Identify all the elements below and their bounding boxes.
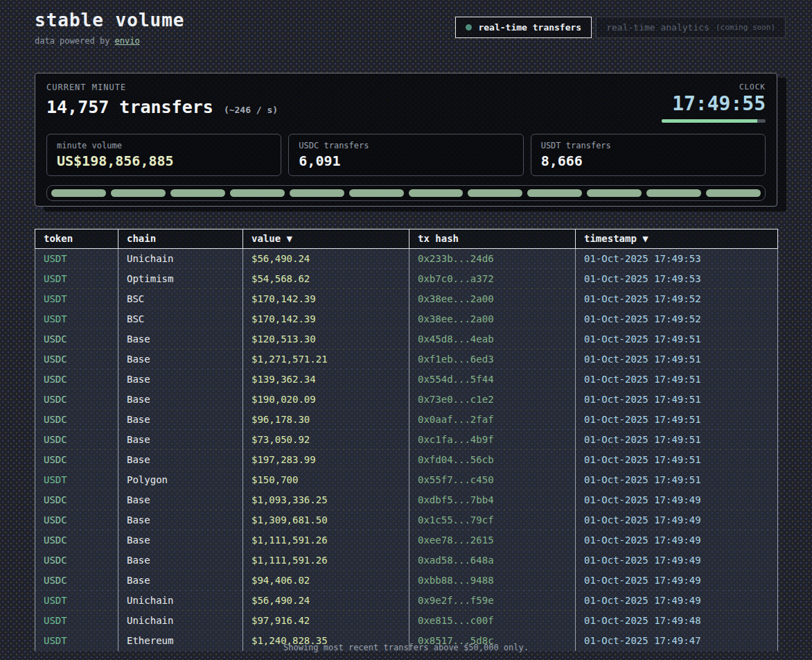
chain-cell: Base — [118, 430, 243, 450]
app-header: stable volume data powered by envio — [35, 10, 185, 46]
value-cell: $120,513.30 — [243, 329, 409, 349]
value-cell: $1,093,336.25 — [243, 490, 409, 510]
clock-block: CLOCK 17:49:55 — [662, 82, 766, 123]
token-cell: USDC — [35, 349, 118, 370]
current-minute-panel: CURRENT MINUTE 14,757 transfers (~246 / … — [35, 73, 777, 207]
tx-hash-cell[interactable]: 0xfd04...56cb — [409, 450, 576, 470]
activity-segment — [349, 189, 404, 197]
tx-hash-cell[interactable]: 0x9e2f...f59e — [409, 591, 576, 611]
tx-hash-cell[interactable]: 0x45d8...4eab — [409, 329, 576, 349]
chain-cell: Unichain — [118, 249, 243, 269]
transfers-count: 14,757 transfers — [46, 97, 213, 117]
column-header-chain: chain — [118, 229, 243, 249]
tx-hash-cell[interactable]: 0x38ee...2a00 — [409, 289, 576, 309]
page-title: stable volume — [35, 10, 185, 31]
tx-hash-cell[interactable]: 0x233b...24d6 — [409, 249, 576, 269]
tx-hash-cell[interactable]: 0x73e0...c1e2 — [409, 390, 576, 410]
tab-suffix: (coming soon) — [716, 23, 775, 32]
value-cell: $54,568.62 — [243, 269, 409, 289]
token-cell: USDT — [35, 591, 118, 611]
tx-hash-cell[interactable]: 0xdbf5...7bb4 — [409, 490, 576, 510]
token-cell: USDC — [35, 390, 118, 410]
timestamp-cell: 01-Oct-2025 17:49:51 — [576, 370, 778, 390]
timestamp-cell: 01-Oct-2025 17:49:51 — [576, 450, 778, 470]
value-cell: $56,490.24 — [243, 249, 409, 269]
tab-label: real-time analytics — [606, 22, 709, 33]
chain-cell: Base — [118, 450, 243, 470]
timestamp-cell: 01-Oct-2025 17:49:52 — [576, 289, 778, 309]
activity-segment — [646, 189, 701, 197]
table-row: USDTPolygon$150,7000x55f7...c45001-Oct-2… — [35, 470, 778, 490]
activity-segment — [111, 189, 166, 197]
token-cell: USDC — [35, 550, 118, 571]
value-cell: $1,271,571.21 — [243, 349, 409, 370]
chain-cell: Base — [118, 410, 243, 430]
stat-value: US$198,856,885 — [57, 153, 271, 169]
clock-time: 17:49:55 — [662, 93, 766, 115]
value-cell: $97,916.42 — [243, 611, 409, 631]
tx-hash-cell[interactable]: 0x55f7...c450 — [409, 470, 576, 490]
activity-segment — [290, 189, 344, 197]
token-cell: USDC — [35, 490, 118, 510]
tx-hash-cell[interactable]: 0xad58...648a — [409, 550, 576, 571]
tx-hash-cell[interactable]: 0xb7c0...a372 — [409, 269, 576, 289]
activity-segment — [706, 189, 761, 197]
chain-cell: BSC — [118, 309, 243, 329]
table-row: USDTUnichain$97,916.420xe815...c00f01-Oc… — [35, 611, 778, 631]
chain-cell: Unichain — [118, 591, 243, 611]
chain-cell: Base — [118, 510, 243, 530]
tx-hash-cell[interactable]: 0x38ee...2a00 — [409, 309, 576, 329]
token-cell: USDC — [35, 571, 118, 591]
transfers-rate: (~246 / s) — [224, 105, 278, 115]
value-cell: $73,050.92 — [243, 430, 409, 450]
tab-label: real-time transfers — [478, 22, 581, 33]
column-header-value-[interactable]: value ▼ — [243, 229, 409, 249]
chain-cell: Base — [118, 329, 243, 349]
stat-card-USDT-transfers: USDT transfers8,666 — [531, 134, 766, 176]
tx-hash-cell[interactable]: 0xbb88...9488 — [409, 571, 576, 591]
column-header-timestamp-[interactable]: timestamp ▼ — [576, 229, 778, 249]
chain-cell: Base — [118, 550, 243, 571]
column-header-token: token — [35, 229, 118, 249]
timestamp-cell: 01-Oct-2025 17:49:48 — [576, 611, 778, 631]
stat-label: USDC transfers — [299, 141, 513, 150]
tx-hash-cell[interactable]: 0xe815...c00f — [409, 611, 576, 631]
tab-real-time-transfers[interactable]: real-time transfers — [455, 17, 592, 38]
token-cell: USDC — [35, 430, 118, 450]
tab-real-time-analytics[interactable]: real-time analytics(coming soon) — [596, 17, 786, 38]
tx-hash-cell[interactable]: 0x1c55...79cf — [409, 510, 576, 530]
transfers-table: tokenchainvalue ▼tx hashtimestamp ▼ USDT… — [35, 229, 778, 651]
table-row: USDCBase$190,020.090x73e0...c1e201-Oct-2… — [35, 390, 778, 410]
value-cell: $190,020.09 — [243, 390, 409, 410]
stat-value: 6,091 — [299, 153, 513, 169]
token-cell: USDT — [35, 289, 118, 309]
value-cell: $1,309,681.50 — [243, 510, 409, 530]
timestamp-cell: 01-Oct-2025 17:49:49 — [576, 510, 778, 530]
chain-cell: Base — [118, 490, 243, 510]
activity-segment — [527, 189, 582, 197]
value-cell: $170,142.39 — [243, 309, 409, 329]
clock-label: CLOCK — [662, 82, 766, 92]
chain-cell: Polygon — [118, 470, 243, 490]
timestamp-cell: 01-Oct-2025 17:49:51 — [576, 390, 778, 410]
segmented-activity-bar — [46, 185, 766, 201]
tx-hash-cell[interactable]: 0xf1eb...6ed3 — [409, 349, 576, 370]
stat-card-minute-volume: minute volumeUS$198,856,885 — [46, 134, 281, 176]
tx-hash-cell[interactable]: 0xc1fa...4b9f — [409, 430, 576, 450]
stat-cards: minute volumeUS$198,856,885USDC transfer… — [46, 134, 766, 176]
tx-hash-cell[interactable]: 0x554d...5f44 — [409, 370, 576, 390]
token-cell: USDC — [35, 530, 118, 550]
table-row: USDCBase$197,283.990xfd04...56cb01-Oct-2… — [35, 450, 778, 470]
tx-hash-cell[interactable]: 0x0aaf...2faf — [409, 410, 576, 430]
table-row: USDCBase$73,050.920xc1fa...4b9f01-Oct-20… — [35, 430, 778, 450]
value-cell: $1,111,591.26 — [243, 530, 409, 550]
activity-segment — [230, 189, 285, 197]
envio-link[interactable]: envio — [115, 36, 140, 46]
column-header-tx-hash: tx hash — [409, 229, 576, 249]
activity-segment — [170, 189, 225, 197]
chain-cell: Base — [118, 571, 243, 591]
tx-hash-cell[interactable]: 0xee78...2615 — [409, 530, 576, 550]
token-cell: USDT — [35, 611, 118, 631]
chain-cell: Base — [118, 390, 243, 410]
activity-segment — [409, 189, 464, 197]
